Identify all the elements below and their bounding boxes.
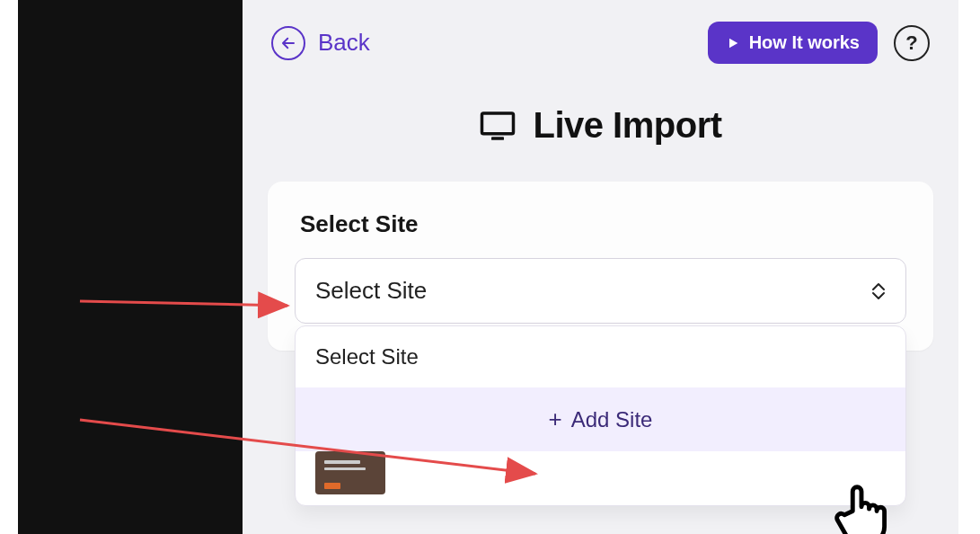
back-button[interactable]: Back (271, 26, 370, 60)
site-thumbnail (315, 451, 385, 494)
dropdown-option-add-site[interactable]: + Add Site (296, 387, 905, 451)
dropdown-option-select-site[interactable]: Select Site (296, 326, 905, 387)
site-dropdown: Select Site + Add Site (295, 325, 906, 506)
dropdown-option-label: Select Site (315, 344, 419, 369)
chevron-sort-icon (871, 282, 886, 300)
how-it-works-button[interactable]: How It works (708, 22, 878, 64)
help-button[interactable]: ? (894, 25, 930, 61)
site-select-placeholder: Select Site (315, 277, 427, 305)
back-label: Back (318, 29, 370, 57)
play-icon (726, 36, 740, 50)
page-title-row: Live Import (243, 105, 958, 146)
dropdown-site-item[interactable] (296, 451, 905, 505)
page-title: Live Import (533, 105, 721, 146)
add-site-label: Add Site (571, 407, 653, 432)
select-site-card: Select Site Select Site Select Site + Ad… (268, 182, 933, 351)
main-panel: Back How It works ? Live Import Select S… (243, 0, 958, 534)
site-select[interactable]: Select Site (295, 258, 906, 324)
left-dark-column (18, 0, 243, 534)
frame-pad-right (958, 0, 980, 534)
frame-pad-left (0, 0, 18, 534)
svg-rect-2 (482, 113, 514, 134)
app-root: Back How It works ? Live Import Select S… (0, 0, 980, 534)
back-arrow-icon (271, 26, 305, 60)
topbar-right: How It works ? (708, 22, 930, 64)
svg-marker-1 (729, 38, 737, 48)
svg-rect-3 (491, 137, 504, 140)
question-mark-icon: ? (905, 31, 917, 55)
monitor-icon (479, 110, 516, 142)
how-label: How It works (749, 32, 860, 53)
plus-icon: + (549, 405, 562, 433)
top-bar: Back How It works ? (243, 0, 958, 64)
select-site-label: Select Site (300, 210, 906, 238)
